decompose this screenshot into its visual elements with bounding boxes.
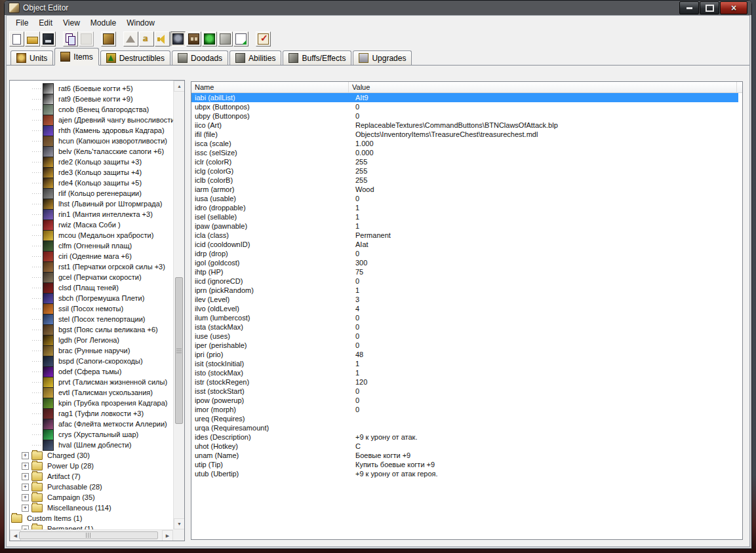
- vertical-scroll-thumb[interactable]: [175, 277, 183, 424]
- property-row[interactable]: imor (morph)0: [191, 405, 742, 414]
- tree-item[interactable]: ssil (Посох немоты): [10, 303, 173, 314]
- tab-destructibles[interactable]: Destructibles: [100, 50, 170, 65]
- tab-items[interactable]: Items: [54, 48, 98, 66]
- property-row[interactable]: ipow (powerup)0: [191, 396, 742, 405]
- property-row[interactable]: unam (Name)Боевые когти +9: [191, 451, 742, 460]
- scroll-up-icon[interactable]: ▲: [174, 81, 185, 92]
- property-row[interactable]: urqa (Requiresamount): [191, 423, 742, 432]
- property-row[interactable]: isit (stockInitial)1: [191, 359, 742, 368]
- property-row[interactable]: isca (scale)1.000: [191, 139, 742, 148]
- tree-item[interactable]: gcel (Перчатки скорости): [10, 272, 173, 282]
- save-map-button[interactable]: [41, 31, 56, 47]
- tree-item[interactable]: rin1 (Мантия интеллекта +3): [10, 209, 173, 219]
- property-row[interactable]: iper (perishable)0: [191, 341, 742, 350]
- tree-item[interactable]: +Artifact (7): [10, 471, 173, 482]
- tree-item[interactable]: kpin (Трубка прозрения Кадгара): [10, 398, 173, 408]
- property-row[interactable]: utub (Ubertip)+9 к урону от атак героя.: [191, 469, 742, 478]
- property-row[interactable]: isel (sellable)1: [191, 212, 742, 221]
- column-header-name[interactable]: Name: [191, 82, 349, 92]
- property-row[interactable]: iclr (colorR)255: [191, 157, 742, 166]
- expand-icon[interactable]: +: [22, 463, 29, 470]
- property-row[interactable]: iprn (pickRandom)1: [191, 286, 742, 295]
- tree-item[interactable]: hval (Шлем доблести): [10, 440, 173, 450]
- tree-item[interactable]: bspd (Сапоги-скороходы): [10, 356, 173, 366]
- tree-item[interactable]: +Purchasable (28): [10, 482, 173, 492]
- expand-icon[interactable]: +: [22, 473, 29, 480]
- tree-item[interactable]: clfm (Огненный плащ): [10, 240, 173, 251]
- tab-doodads[interactable]: Doodads: [172, 50, 228, 65]
- tree-item[interactable]: bgst (Пояс силы великана +6): [10, 324, 173, 335]
- minimize-button[interactable]: [679, 1, 699, 14]
- tab-units[interactable]: Units: [10, 50, 53, 65]
- tree-item[interactable]: cnob (Венец благородства): [10, 104, 173, 115]
- tree-item[interactable]: sbch (Погремушка Плети): [10, 293, 173, 303]
- tree-item[interactable]: +Miscellaneous (114): [10, 503, 173, 513]
- tree-item[interactable]: mcou (Медальон храбрости): [10, 230, 173, 240]
- tree-item[interactable]: rst1 (Перчатки огрской силы +3): [10, 261, 173, 272]
- test-map-button[interactable]: [256, 31, 271, 47]
- campaign-editor-button[interactable]: [186, 31, 201, 47]
- property-row[interactable]: iico (Art)ReplaceableTextures\CommandBut…: [191, 121, 742, 130]
- ai-editor-button[interactable]: [202, 31, 217, 47]
- sound-editor-button[interactable]: [155, 31, 170, 47]
- tree-vertical-scrollbar[interactable]: ▲ ▼: [173, 81, 184, 529]
- tree-item[interactable]: rlif (Кольцо регенерации): [10, 188, 173, 199]
- property-row[interactable]: ifil (file)Objects\InventoryItems\Treasu…: [191, 130, 742, 139]
- tree-item[interactable]: rag1 (Туфли ловкости +3): [10, 408, 173, 419]
- property-row[interactable]: idrp (drop)0: [191, 249, 742, 258]
- tree-item[interactable]: rde3 (Кольцо защиты +4): [10, 167, 173, 178]
- property-row[interactable]: idro (droppable)1: [191, 203, 742, 212]
- open-map-button[interactable]: [25, 31, 40, 47]
- property-row[interactable]: issc (selSize)0.000: [191, 148, 742, 157]
- menu-module[interactable]: Module: [85, 17, 121, 29]
- property-row[interactable]: ides (Description)+9 к урону от атак.: [191, 432, 742, 442]
- tree-item[interactable]: prvt (Талисман жизненной силы): [10, 377, 173, 387]
- close-button[interactable]: [720, 1, 747, 14]
- property-row[interactable]: utip (Tip)Купить боевые когти +9: [191, 460, 742, 469]
- terrain-editor-button[interactable]: [101, 31, 116, 47]
- tree-item[interactable]: stel (Посох телепортации): [10, 314, 173, 324]
- tree-item[interactable]: brac (Рунные наручи): [10, 345, 173, 356]
- expand-icon[interactable]: +: [22, 494, 29, 501]
- menu-file[interactable]: File: [10, 17, 33, 29]
- property-row[interactable]: iuse (uses)0: [191, 332, 742, 341]
- property-row[interactable]: iarm (armor)Wood: [191, 185, 742, 194]
- expand-icon[interactable]: +: [22, 452, 29, 459]
- scroll-down-icon[interactable]: ▼: [174, 518, 185, 529]
- tab-buffs-effects[interactable]: Buffs/Effects: [283, 50, 351, 65]
- property-row[interactable]: iicd (ignoreCD)0: [191, 276, 742, 286]
- trigger-editor-button[interactable]: [123, 31, 138, 47]
- property-row[interactable]: iclg (colorG)255: [191, 166, 742, 176]
- tree-item[interactable]: rat6 (Боевые когти +5): [10, 83, 173, 94]
- property-row[interactable]: ihtp (HP)75: [191, 267, 742, 276]
- property-row[interactable]: ureq (Requires): [191, 414, 742, 423]
- property-row[interactable]: ubpx (Buttonpos)0: [191, 102, 742, 111]
- copy-button[interactable]: [63, 31, 78, 47]
- tree-item[interactable]: +Campaign (35): [10, 492, 173, 503]
- property-row[interactable]: ista (stackMax)0: [191, 322, 742, 332]
- property-row[interactable]: uhot (Hotkey)C: [191, 442, 742, 451]
- tab-abilities[interactable]: Abilities: [229, 50, 281, 65]
- tree-item[interactable]: rwiz (Маска Соби ): [10, 219, 173, 230]
- tree-item[interactable]: rde2 (Кольцо защиты +3): [10, 157, 173, 167]
- object-manager-button[interactable]: [218, 31, 233, 47]
- new-map-button[interactable]: [9, 31, 24, 47]
- tree-item[interactable]: lgdh (Рог Легиона): [10, 335, 173, 345]
- scroll-right-icon[interactable]: ▶: [162, 530, 173, 541]
- tree-item[interactable]: lhst (Львиный рог Штормграда): [10, 199, 173, 209]
- property-row[interactable]: igol (goldcost)300: [191, 258, 742, 267]
- title-bar[interactable]: Object Editor: [5, 1, 751, 15]
- property-row[interactable]: iusa (usable)0: [191, 194, 742, 203]
- horizontal-scroll-thumb[interactable]: [19, 531, 158, 539]
- tree-item[interactable]: Custom Items (1): [10, 513, 173, 524]
- tree-horizontal-scrollbar[interactable]: ◀ ▶: [10, 529, 173, 541]
- tree-item[interactable]: ciri (Одеяние мага +6): [10, 251, 173, 261]
- tree-item[interactable]: odef (Сфера тьмы): [10, 366, 173, 377]
- property-row[interactable]: isto (stockMax)1: [191, 368, 742, 377]
- property-row[interactable]: ubpy (Buttonpos)0: [191, 111, 742, 121]
- property-row[interactable]: icid (cooldownID)AIat: [191, 240, 742, 249]
- property-row[interactable]: ilev (Level)3: [191, 295, 742, 304]
- expand-icon[interactable]: +: [22, 505, 29, 512]
- property-row[interactable]: isst (stockStart)0: [191, 387, 742, 396]
- object-editor-button[interactable]: [170, 31, 186, 47]
